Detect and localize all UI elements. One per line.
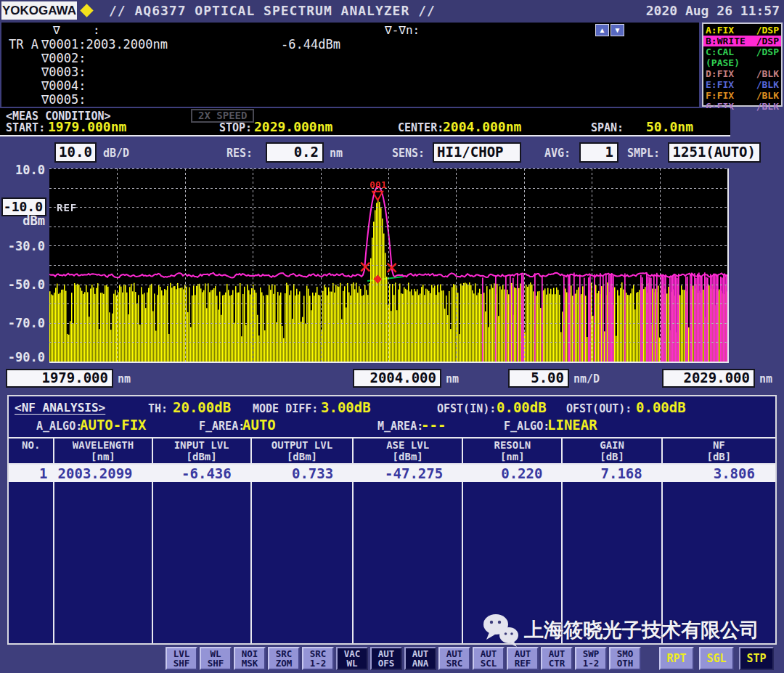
average-field[interactable]: 1 [579,142,618,163]
softkey-label: SGL [706,654,726,664]
trace-mode: /DSP [756,25,779,36]
watermark: 上海筱晓光子技术有限公司 [482,613,759,647]
start-value: 1979.000nm [48,119,126,134]
softkey-line2: WL [346,658,357,668]
nf-column-title: ASE LVL [354,439,462,451]
ofst-in-label: OFST(IN): [437,402,496,415]
softkey-src-zom[interactable]: SRCZOM [268,647,300,670]
marker-up-button[interactable]: ▲ [595,24,609,36]
ofst-in-value: 0.00dB [497,399,547,415]
softkey-line2: ANA [412,658,429,668]
trace-status-row[interactable]: E:FIX/BLK [703,79,781,90]
mode-diff-label: MODE DIFF: [253,402,318,415]
a-algo-label: A_ALGO: [36,420,82,433]
nf-body-column [252,482,354,643]
softkey-aut-scl[interactable]: AUTSCL [473,647,505,670]
trace-status-panel: A:FIX/DSPB:WRITE/DSPC:CAL (PASE)/DSPD:FI… [702,23,783,107]
marker-down-button[interactable]: ▼ [611,24,624,36]
xaxis-scale-field[interactable]: 5.00 [508,369,569,388]
nf-column-unit: [nm] [54,451,151,462]
softkey-aut-src[interactable]: AUTSRC [438,647,470,670]
trace-name: C:CAL (PASE) [706,46,756,68]
ref-line-label: REF [57,202,77,213]
ytick-minus50: -50.0 [0,277,45,292]
trace-status-row[interactable]: F:FIX/BLK [703,90,781,101]
meas-condition-bar: <MEAS CONDITION> 2X SPEED START: 1979.00… [0,108,730,136]
trace-name: F:FIX [706,90,734,101]
f-algo-label: F_ALGO: [504,420,550,433]
trace-name: E:FIX [706,79,734,90]
softkey-aut-ana[interactable]: AUTANA [404,647,436,670]
marker-level: -6.44dBm [281,37,340,52]
center-value: 2004.000nm [443,119,521,134]
level-scale-unit: dB/D [103,147,129,160]
xaxis-center-field[interactable]: 2004.000 [353,369,441,388]
m-area-label: M_AREA: [377,420,423,433]
nf-column-title: WAVELENGTH [54,439,151,451]
ytick-minus70: -70.0 [0,316,45,330]
softkey-line2: SHF [173,658,190,668]
a-algo-value: AUTO-FIX [80,417,147,433]
softkey-wl-shf[interactable]: WLSHF [200,647,232,670]
softkey-src-1-2[interactable]: SRC1-2 [302,647,334,670]
softkey-stp[interactable]: STP [739,647,774,670]
average-label: AVG: [544,147,571,160]
level-scale-field[interactable]: 10.0 [54,142,97,163]
softkey-smo-oth[interactable]: SMOOTH [609,647,641,670]
osa-screen: YOKOGAWA // AQ6377 OPTICAL SPECTRUM ANAL… [0,0,784,673]
softkey-sgl[interactable]: SGL [699,647,734,670]
marker-id: ∇0002 [41,51,78,65]
nf-analysis-title: <NF ANALYSIS> [15,401,105,415]
th-label: TH: [148,402,168,415]
xaxis-start-unit: nm [118,372,131,386]
nf-column-header: NF[dB] [663,439,775,463]
spectrum-plot[interactable] [49,168,729,363]
sampling-field[interactable]: 1251(AUTO) [668,142,761,163]
marker-colon: : [78,37,86,52]
softkey-lvl-shf[interactable]: LVLSHF [166,647,197,670]
marker-header-symbol: ∇ [53,23,60,37]
softkey-rpt[interactable]: RPT [659,647,694,670]
yokogawa-logo: YOKOGAWA [1,1,77,20]
trace-status-row[interactable]: B:WRITE/DSP [703,36,781,46]
trace-name: D:FIX [706,68,734,79]
resolution-field[interactable]: 0.2 [266,142,324,163]
nf-column-header: OUTPUT LVL[dBm] [252,439,354,463]
softkey-vac-wl[interactable]: VACWL [336,647,368,670]
sensitivity-field[interactable]: HI1/CHOP [433,142,521,163]
softkey-line2: 1-2 [583,658,600,668]
trace-mode: /BLK [756,79,779,90]
xaxis-stop-field[interactable]: 2029.000 [662,369,755,388]
nf-cell: -6.436 [153,465,252,482]
softkey-line2: SRC [446,658,463,668]
nf-column-title: NO. [9,439,53,451]
softkey-aut-ctr[interactable]: AUTCTR [541,647,573,670]
f-area-label: F_AREA: [199,420,245,433]
trace-status-row[interactable]: D:FIX/BLK [703,68,781,79]
softkey-aut-ref[interactable]: AUTREF [507,647,539,670]
center-label: CENTER: [398,121,444,134]
title-bar: YOKOGAWA // AQ6377 OPTICAL SPECTRUM ANAL… [0,0,784,22]
trace-status-row[interactable]: A:FIX/DSP [703,25,781,36]
trace-mode: /BLK [756,68,779,79]
m-area-value: --- [421,417,446,433]
watermark-text: 上海筱晓光子技术有限公司 [524,617,759,643]
span-label: SPAN: [591,121,624,134]
nf-column-unit: [dBm] [252,451,352,462]
nf-column-header: GAIN[dB] [563,439,662,463]
ytick-minus90: -90.0 [0,350,45,364]
trace-mode: /DSP [756,36,779,46]
trace-mode: /BLK [756,101,779,112]
softkey-swp-1-2[interactable]: SWP1-2 [575,647,607,670]
mode-diff-value: 3.00dB [321,399,371,415]
nf-table-row[interactable]: 12003.2099-6.4360.733-47.2750.2207.1683.… [9,465,775,482]
xaxis-start-field[interactable]: 1979.000 [6,369,113,388]
xaxis-scale-unit: nm/D [573,372,600,386]
softkey-aut-ofs[interactable]: AUTOFS [370,647,402,670]
trace-status-row[interactable]: C:CAL (PASE)/DSP [703,46,781,68]
softkey-line2: 1-2 [310,658,327,668]
marker-colon: : [78,78,86,93]
marker-header-colon: : [93,23,100,37]
softkey-line2: SCL [481,658,497,668]
softkey-noi-msk[interactable]: NOIMSK [234,647,266,670]
